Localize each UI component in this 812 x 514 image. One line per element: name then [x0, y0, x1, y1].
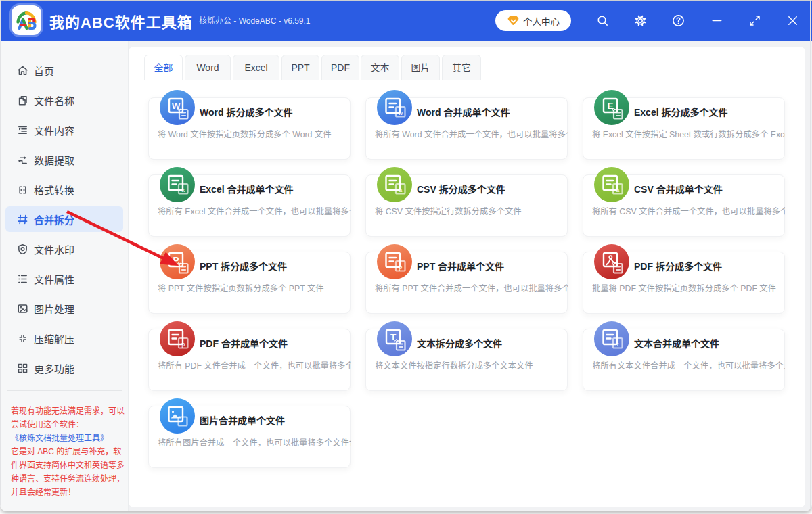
svg-text:T: T [390, 332, 397, 342]
